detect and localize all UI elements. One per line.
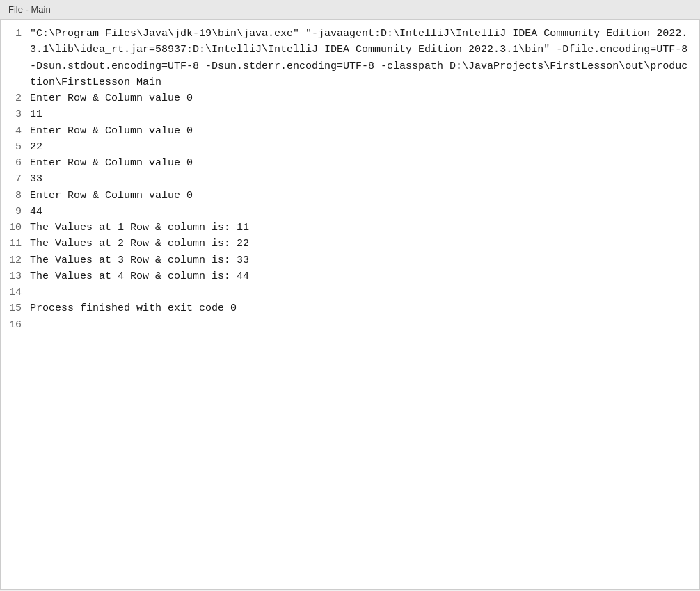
console-content: 1"C:\Program Files\Java\jdk-19\bin\java.… xyxy=(9,26,691,333)
line-number: 5 xyxy=(9,139,30,155)
line-number: 9 xyxy=(9,204,30,220)
table-row: 8Enter Row & Column value 0 xyxy=(9,188,691,204)
table-row: 1"C:\Program Files\Java\jdk-19\bin\java.… xyxy=(9,26,691,90)
table-row: 13The Values at 4 Row & column is: 44 xyxy=(9,268,691,284)
line-content: The Values at 3 Row & column is: 33 xyxy=(30,252,691,268)
line-content: 11 xyxy=(30,106,691,122)
table-row: 2Enter Row & Column value 0 xyxy=(9,90,691,106)
line-number: 12 xyxy=(9,252,30,268)
table-row: 14 xyxy=(9,284,691,300)
table-row: 15Process finished with exit code 0 xyxy=(9,300,691,316)
line-content: Enter Row & Column value 0 xyxy=(30,155,691,171)
line-content: 33 xyxy=(30,171,691,187)
table-row: 10The Values at 1 Row & column is: 11 xyxy=(9,220,691,236)
title-bar: File - Main xyxy=(0,0,700,19)
line-number: 10 xyxy=(9,220,30,236)
line-content: 44 xyxy=(30,204,691,220)
line-content: Enter Row & Column value 0 xyxy=(30,90,691,106)
line-content: The Values at 1 Row & column is: 11 xyxy=(30,220,691,236)
line-content: Enter Row & Column value 0 xyxy=(30,123,691,139)
table-row: 311 xyxy=(9,106,691,122)
table-row: 16 xyxy=(9,317,691,333)
line-number: 1 xyxy=(9,26,30,90)
table-row: 733 xyxy=(9,171,691,187)
line-number: 3 xyxy=(9,106,30,122)
table-row: 12The Values at 3 Row & column is: 33 xyxy=(9,252,691,268)
line-number: 13 xyxy=(9,268,30,284)
line-number: 4 xyxy=(9,123,30,139)
title-bar-label: File - Main xyxy=(8,4,51,15)
table-row: 522 xyxy=(9,139,691,155)
line-number: 6 xyxy=(9,155,30,171)
line-content: 22 xyxy=(30,139,691,155)
line-content: "C:\Program Files\Java\jdk-19\bin\java.e… xyxy=(30,26,691,90)
line-number: 8 xyxy=(9,188,30,204)
line-content xyxy=(30,317,691,333)
console-window: 1"C:\Program Files\Java\jdk-19\bin\java.… xyxy=(0,19,700,590)
line-content: The Values at 2 Row & column is: 22 xyxy=(30,236,691,252)
line-content xyxy=(30,284,691,300)
table-row: 944 xyxy=(9,204,691,220)
line-number: 16 xyxy=(9,317,30,333)
table-row: 11The Values at 2 Row & column is: 22 xyxy=(9,236,691,252)
line-number: 15 xyxy=(9,300,30,316)
line-number: 11 xyxy=(9,236,30,252)
table-row: 4Enter Row & Column value 0 xyxy=(9,123,691,139)
line-number: 2 xyxy=(9,90,30,106)
line-content: The Values at 4 Row & column is: 44 xyxy=(30,268,691,284)
line-number: 14 xyxy=(9,284,30,300)
line-content: Enter Row & Column value 0 xyxy=(30,188,691,204)
line-number: 7 xyxy=(9,171,30,187)
line-content: Process finished with exit code 0 xyxy=(30,300,691,316)
table-row: 6Enter Row & Column value 0 xyxy=(9,155,691,171)
